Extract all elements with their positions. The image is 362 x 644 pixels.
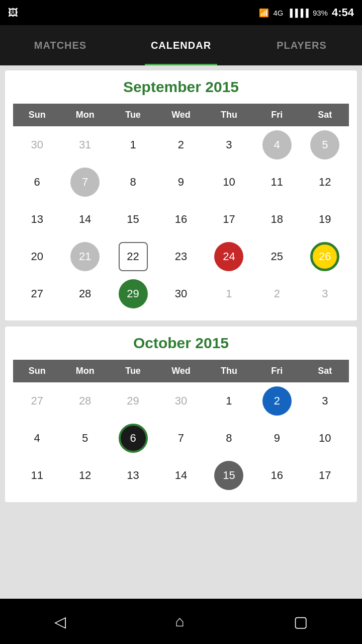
calendar-week-row: 11121314151617 (13, 457, 349, 494)
header-wed: Wed (157, 104, 205, 126)
header-tue: Tue (109, 360, 157, 382)
calendar-day[interactable]: 15 (205, 457, 253, 494)
day-number: 5 (70, 424, 100, 453)
calendar-day[interactable]: 9 (253, 420, 301, 457)
calendar-day[interactable]: 14 (157, 457, 205, 494)
calendar-day[interactable]: 28 (61, 382, 109, 420)
calendar-day[interactable]: 25 (253, 238, 301, 275)
calendar-day[interactable]: 11 (253, 164, 301, 201)
day-number: 15 (214, 461, 243, 490)
day-number: 25 (262, 242, 292, 271)
calendar-day[interactable]: 2 (157, 126, 205, 164)
day-number: 26 (310, 242, 339, 271)
calendar-day[interactable]: 1 (205, 275, 253, 312)
day-number: 7 (166, 424, 196, 453)
day-number: 9 (262, 424, 292, 453)
calendar-day[interactable]: 30 (157, 275, 205, 312)
calendar-day[interactable]: 28 (61, 275, 109, 312)
battery-label: 93% (313, 9, 328, 17)
day-number: 1 (214, 279, 243, 308)
recents-button[interactable]: ▢ (294, 613, 308, 630)
calendar-day[interactable]: 9 (157, 164, 205, 201)
day-number: 3 (214, 130, 243, 159)
calendar-day[interactable]: 8 (109, 164, 157, 201)
calendar-day[interactable]: 30 (157, 382, 205, 420)
calendar-day[interactable]: 7 (157, 420, 205, 457)
day-number: 1 (119, 130, 148, 159)
day-number: 30 (166, 386, 196, 416)
calendar-day[interactable]: 5 (61, 420, 109, 457)
calendar-day[interactable]: 12 (61, 457, 109, 494)
day-number: 12 (310, 168, 339, 197)
calendar-day[interactable]: 3 (301, 275, 349, 312)
calendar-day[interactable]: 29 (109, 275, 157, 312)
day-number: 27 (23, 386, 52, 416)
home-button[interactable]: ⌂ (175, 613, 184, 630)
oct-month-title: October 2015 (13, 335, 349, 352)
calendar-day[interactable]: 19 (301, 201, 349, 238)
day-number: 2 (166, 130, 196, 159)
calendar-day[interactable]: 10 (205, 164, 253, 201)
tab-bar: MATCHES CALENDAR PLAYERS (0, 25, 362, 65)
calendar-day[interactable]: 22 (109, 238, 157, 275)
calendar-day[interactable]: 13 (13, 201, 61, 238)
calendar-day[interactable]: 8 (205, 420, 253, 457)
header-sun: Sun (13, 360, 61, 382)
day-number: 27 (23, 279, 52, 308)
calendar-day[interactable]: 4 (253, 126, 301, 164)
calendar-day[interactable]: 6 (109, 420, 157, 457)
calendar-day[interactable]: 17 (301, 457, 349, 494)
day-number: 28 (70, 279, 100, 308)
calendar-day[interactable]: 23 (157, 238, 205, 275)
calendar-week-row: 13141516171819 (13, 201, 349, 238)
calendar-day[interactable]: 16 (157, 201, 205, 238)
calendar-day[interactable]: 18 (253, 201, 301, 238)
calendar-day[interactable]: 29 (109, 382, 157, 420)
calendar-day[interactable]: 26 (301, 238, 349, 275)
calendar-day[interactable]: 24 (205, 238, 253, 275)
day-number: 11 (23, 461, 52, 490)
tab-matches[interactable]: MATCHES (0, 25, 121, 65)
day-number: 2 (262, 386, 292, 416)
calendar-day[interactable]: 3 (205, 126, 253, 164)
calendar-day[interactable]: 21 (61, 238, 109, 275)
calendar-day[interactable]: 10 (301, 420, 349, 457)
calendar-day[interactable]: 6 (13, 164, 61, 201)
calendar-day[interactable]: 27 (13, 382, 61, 420)
calendar-day[interactable]: 1 (205, 382, 253, 420)
calendar-day[interactable]: 31 (61, 126, 109, 164)
day-number: 15 (119, 205, 148, 234)
signal-label: 4G (273, 9, 283, 17)
calendar-day[interactable]: 2 (253, 275, 301, 312)
day-number: 16 (166, 205, 196, 234)
calendar-day[interactable]: 5 (301, 126, 349, 164)
day-number: 29 (119, 279, 148, 308)
tab-players[interactable]: PLAYERS (241, 25, 362, 65)
day-number: 22 (119, 242, 148, 271)
calendar-week-row: 27282930123 (13, 382, 349, 420)
calendar-day[interactable]: 16 (253, 457, 301, 494)
calendar-day[interactable]: 3 (301, 382, 349, 420)
calendar-day[interactable]: 1 (109, 126, 157, 164)
day-number: 3 (310, 279, 339, 308)
calendar-day[interactable]: 30 (13, 126, 61, 164)
header-mon: Mon (61, 360, 109, 382)
calendar-day[interactable]: 4 (13, 420, 61, 457)
oct-calendar-grid: Sun Mon Tue Wed Thu Fri Sat 272829301234… (13, 360, 349, 494)
sep-calendar-grid: Sun Mon Tue Wed Thu Fri Sat 303112345678… (13, 104, 349, 312)
calendar-day[interactable]: 17 (205, 201, 253, 238)
calendar-day[interactable]: 14 (61, 201, 109, 238)
calendar-day[interactable]: 27 (13, 275, 61, 312)
day-number: 2 (262, 279, 292, 308)
calendar-day[interactable]: 12 (301, 164, 349, 201)
day-number: 10 (310, 424, 339, 453)
day-number: 10 (214, 168, 243, 197)
calendar-day[interactable]: 15 (109, 201, 157, 238)
calendar-day[interactable]: 20 (13, 238, 61, 275)
calendar-day[interactable]: 11 (13, 457, 61, 494)
calendar-day[interactable]: 13 (109, 457, 157, 494)
calendar-day[interactable]: 2 (253, 382, 301, 420)
back-button[interactable]: ◁ (54, 613, 66, 630)
calendar-day[interactable]: 7 (61, 164, 109, 201)
tab-calendar[interactable]: CALENDAR (121, 25, 241, 65)
